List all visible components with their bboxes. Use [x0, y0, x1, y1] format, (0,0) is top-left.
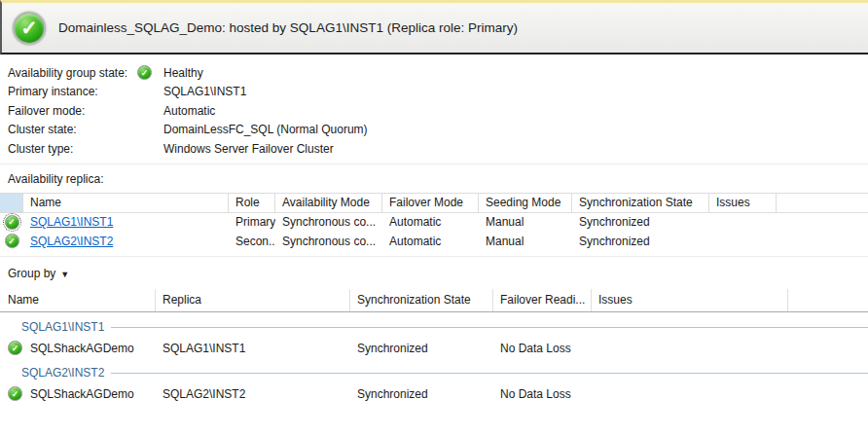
database-table: Name Replica Synchronization State Failo…	[0, 289, 868, 404]
column-header-issues: Issues	[592, 289, 788, 311]
column-header-failover-mode: Failover Mode	[382, 194, 479, 212]
column-header-seeding-mode: Seeding Mode	[479, 194, 572, 212]
group-header-row: SQLAG2\INST2	[0, 364, 868, 382]
replica-failover-mode: Automatic	[382, 235, 479, 248]
database-row[interactable]: ✓ SQLShackAGDemo SQLAG1\INST1 Synchroniz…	[0, 339, 868, 358]
summary-label: Availability group state:	[8, 66, 137, 80]
column-header-issues: Issues	[709, 194, 777, 212]
replica-synchronization-state: Synchronized	[572, 215, 709, 229]
healthy-status-icon: ✓	[5, 234, 19, 248]
summary-value: Windows Server Failover Cluster	[163, 142, 334, 156]
database-replica: SQLAG2\INST2	[156, 387, 350, 401]
page-title: Domainless_SQLAG_Demo: hosted by SQLAG1\…	[58, 20, 518, 35]
database-row[interactable]: ✓ SQLShackAGDemo SQLAG2\INST2 Synchroniz…	[0, 384, 868, 404]
summary-label: Cluster state:	[8, 123, 137, 136]
ag-summary: Availability group state: ✓ Healthy Prim…	[0, 54, 868, 159]
summary-row-failover-mode: Failover mode: Automatic	[8, 101, 868, 121]
healthy-status-icon: ✓	[5, 215, 19, 230]
summary-row-cluster-type: Cluster type: Windows Server Failover Cl…	[8, 139, 868, 159]
column-header-replica: Replica	[156, 289, 350, 311]
database-failover-readiness: No Data Loss	[493, 342, 592, 355]
summary-label: Failover mode:	[8, 104, 137, 118]
summary-row-cluster-state: Cluster state: DomainLessFC_SQL (Normal …	[8, 121, 868, 140]
column-header-filler	[788, 289, 868, 311]
replica-seeding-mode: Manual	[479, 235, 572, 248]
group-header-label: SQLAG2\INST2	[21, 366, 104, 380]
check-glyph: ✓	[20, 17, 38, 40]
replica-availability-mode: Synchronous co...	[275, 215, 382, 229]
database-failover-readiness: No Data Loss	[493, 387, 592, 401]
replica-seeding-mode: Manual	[479, 215, 572, 229]
summary-value: SQLAG1\INST1	[163, 85, 246, 98]
group-header-line	[111, 327, 868, 328]
group-header-row: SQLAG1\INST1	[0, 318, 868, 337]
replica-role: Secon...	[229, 235, 275, 248]
column-header-name: Name	[23, 194, 229, 212]
replica-link[interactable]: SQLAG1\INST1	[30, 215, 113, 229]
database-name: SQLShackAGDemo	[30, 342, 134, 355]
replica-role: Primary	[229, 215, 275, 229]
ag-dashboard: ✓ Domainless_SQLAG_Demo: hosted by SQLAG…	[0, 0, 868, 435]
summary-value: Healthy	[163, 66, 203, 80]
healthy-status-icon: ✓	[8, 386, 22, 401]
column-header-failover-readiness: Failover Readi...	[493, 289, 592, 311]
column-header-synchronization-state: Synchronization State	[572, 194, 709, 212]
group-by-button[interactable]: Group by ▼	[8, 267, 69, 280]
database-table-header: Name Replica Synchronization State Failo…	[0, 289, 868, 312]
database-synchronization-state: Synchronized	[350, 342, 493, 355]
dashboard-header: ✓ Domainless_SQLAG_Demo: hosted by SQLAG…	[0, 0, 868, 54]
groupby-bar: Group by ▼	[0, 257, 868, 289]
healthy-status-icon: ✓	[13, 12, 46, 45]
summary-row-primary-instance: Primary instance: SQLAG1\INST1	[8, 83, 868, 102]
replica-section-label: Availability replica:	[0, 164, 868, 193]
group-by-label: Group by	[8, 267, 55, 280]
replica-link[interactable]: SQLAG2\INST2	[30, 235, 113, 248]
healthy-status-icon: ✓	[137, 65, 152, 80]
summary-label: Cluster type:	[8, 142, 137, 156]
summary-label: Primary instance:	[8, 85, 137, 98]
column-header-role: Role	[229, 194, 275, 212]
status-column-header	[0, 194, 23, 212]
column-header-name: Name	[0, 289, 156, 311]
replica-failover-mode: Automatic	[382, 215, 479, 229]
column-header-synchronization-state: Synchronization State	[350, 289, 493, 311]
column-header-filler	[777, 194, 868, 212]
group-header-line	[111, 373, 868, 374]
replica-synchronization-state: Synchronized	[572, 235, 709, 248]
column-header-availability-mode: Availability Mode	[275, 194, 382, 212]
database-name: SQLShackAGDemo	[30, 387, 134, 401]
database-synchronization-state: Synchronized	[350, 387, 493, 401]
summary-row-state: Availability group state: ✓ Healthy	[8, 63, 868, 83]
replica-row[interactable]: ✓ SQLAG1\INST1 Primary Synchronous co...…	[0, 213, 868, 233]
replica-table-header: Name Role Availability Mode Failover Mod…	[0, 193, 868, 213]
summary-value: Automatic	[163, 104, 215, 118]
group-header-label: SQLAG1\INST1	[21, 320, 104, 334]
replica-row[interactable]: ✓ SQLAG2\INST2 Secon... Synchronous co..…	[0, 232, 868, 251]
replica-availability-mode: Synchronous co...	[275, 235, 382, 248]
healthy-status-icon: ✓	[8, 341, 22, 355]
chevron-down-icon: ▼	[60, 270, 69, 279]
replica-table: Name Role Availability Mode Failover Mod…	[0, 193, 868, 251]
database-replica: SQLAG1\INST1	[156, 342, 350, 355]
summary-value: DomainLessFC_SQL (Normal Quorum)	[163, 123, 368, 136]
